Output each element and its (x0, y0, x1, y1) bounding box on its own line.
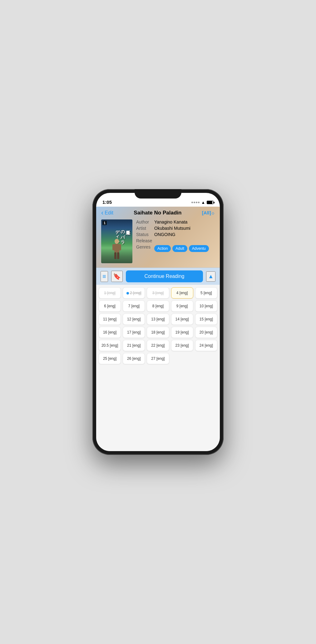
manga-cover: 1 最果てのパラディン (101, 219, 132, 263)
cover-volume-number: 1 (102, 221, 107, 225)
all-button[interactable]: [All] (202, 210, 211, 215)
manga-title: Saihate No Paladin (116, 210, 200, 216)
battery-fill (207, 201, 212, 204)
svg-rect-4 (114, 252, 116, 259)
status-icons: ▲ (191, 200, 214, 205)
genres-label: Genres (136, 244, 152, 252)
chapter-item[interactable]: 1 [eng] (99, 287, 121, 299)
cover-art: 1 最果てのパラディン (101, 219, 132, 263)
chapter-item[interactable]: 8 [eng] (147, 300, 169, 312)
chapter-item[interactable]: 9 [eng] (171, 300, 193, 312)
chapter-item[interactable]: 12 [eng] (123, 314, 145, 325)
author-row: Author Yanagino Kanata (136, 219, 215, 224)
chapter-item[interactable]: 17 [eng] (123, 327, 145, 338)
chapter-item[interactable]: 7 [eng] (123, 300, 145, 312)
phone-frame: 1:05 ▲ ‹ Edit (92, 189, 224, 455)
chapter-item[interactable]: 23 [eng] (171, 340, 193, 351)
continue-reading-button[interactable]: Continue Reading (126, 270, 203, 282)
edit-button[interactable]: Edit (105, 210, 113, 216)
chapter-item[interactable]: 19 [eng] (171, 327, 193, 338)
chapter-item[interactable]: 5 [eng] (195, 287, 217, 299)
svg-rect-2 (112, 244, 115, 250)
chapter-item[interactable]: 18 [eng] (147, 327, 169, 338)
cover-character-svg (111, 239, 123, 261)
bookmark-button[interactable]: 🔖 (111, 271, 123, 282)
signal-dot-4 (198, 202, 200, 203)
chapter-item[interactable]: 25 [eng] (99, 353, 121, 364)
chapter-item[interactable]: 14 [eng] (171, 314, 193, 325)
chapter-item[interactable]: 4 [eng] (171, 287, 193, 299)
chapter-item[interactable]: 13 [eng] (147, 314, 169, 325)
chapter-item[interactable]: 22 [eng] (147, 340, 169, 351)
chapter-item[interactable]: 20 [eng] (195, 327, 217, 338)
back-arrow-icon: ‹ (101, 209, 103, 216)
chapters-grid: 1 [eng]2 [eng]3 [eng]4 [eng]5 [eng]6 [en… (99, 287, 217, 364)
signal-dot-1 (191, 202, 193, 203)
signal-dot-3 (196, 202, 197, 203)
release-row: Release (136, 238, 215, 243)
author-label: Author (136, 219, 152, 224)
genres-row: Genres Action Adult Adventu (136, 244, 215, 252)
author-value: Yanagino Kanata (154, 219, 187, 224)
genre-adventure[interactable]: Adventu (189, 245, 209, 252)
list-view-button[interactable]: ≡ (101, 271, 108, 282)
chapter-item[interactable]: 16 [eng] (99, 327, 121, 338)
chapter-item[interactable]: 10 [eng] (195, 300, 217, 312)
notch (135, 189, 181, 199)
back-button[interactable]: ‹ Edit (101, 209, 113, 216)
chapters-container[interactable]: 1 [eng]2 [eng]3 [eng]4 [eng]5 [eng]6 [en… (96, 285, 220, 451)
manga-info: 1 最果てのパラディン (101, 219, 215, 263)
battery-icon (207, 201, 214, 204)
chapter-item[interactable]: 21 [eng] (123, 340, 145, 351)
chapter-item[interactable]: 24 [eng] (195, 340, 217, 351)
reading-indicator (126, 292, 129, 294)
chapter-item[interactable]: 20.5 [eng] (99, 340, 121, 351)
chapter-item[interactable]: 27 [eng] (147, 353, 169, 364)
genres-list: Action Adult Adventu (154, 245, 209, 252)
chapter-item[interactable]: 6 [eng] (99, 300, 121, 312)
header-section: ‹ Edit Saihate No Paladin [All] ⬦ 1 最果ての… (96, 207, 220, 268)
svg-rect-1 (114, 244, 119, 253)
artist-label: Artist (136, 226, 152, 231)
chapter-item[interactable]: 3 [eng] (147, 287, 169, 299)
artist-value: Okubashi Mutsumi (154, 226, 190, 231)
svg-rect-3 (119, 244, 121, 250)
artist-row: Artist Okubashi Mutsumi (136, 226, 215, 231)
chapter-item[interactable]: 26 [eng] (123, 353, 145, 364)
status-label: Status (136, 232, 152, 237)
signal-dots (191, 202, 200, 203)
svg-rect-5 (117, 252, 119, 259)
signal-dot-2 (194, 202, 195, 203)
scroll-up-button[interactable]: ▲ (206, 271, 215, 282)
chapter-item[interactable]: 2 [eng] (123, 287, 145, 299)
genre-action[interactable]: Action (154, 245, 171, 252)
status-row: Status ONGOING (136, 232, 215, 237)
sort-button[interactable]: ⬦ (211, 209, 215, 216)
nav-bar: ‹ Edit Saihate No Paladin [All] ⬦ (101, 209, 215, 216)
toolbar: ≡ 🔖 Continue Reading ▲ (96, 268, 220, 285)
phone-screen: 1:05 ▲ ‹ Edit (96, 193, 220, 451)
chapter-item[interactable]: 11 [eng] (99, 314, 121, 325)
chapter-item[interactable]: 15 [eng] (195, 314, 217, 325)
status-value: ONGOING (154, 232, 175, 237)
manga-details: Author Yanagino Kanata Artist Okubashi M… (136, 219, 215, 263)
status-time: 1:05 (102, 199, 112, 205)
release-label: Release (136, 238, 152, 243)
svg-point-0 (115, 239, 119, 244)
genre-adult[interactable]: Adult (172, 245, 187, 252)
wifi-icon: ▲ (201, 200, 205, 205)
